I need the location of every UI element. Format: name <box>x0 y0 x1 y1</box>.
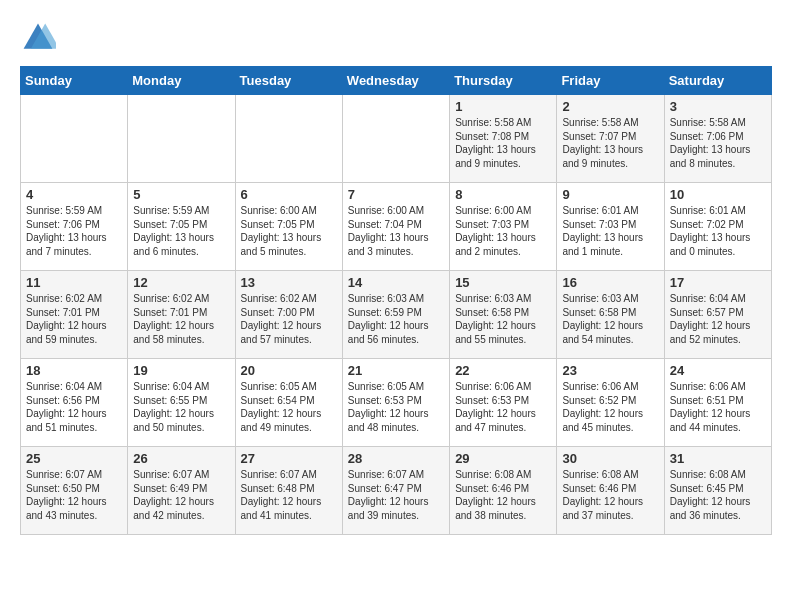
header <box>20 20 772 56</box>
day-info: Sunrise: 5:58 AM Sunset: 7:06 PM Dayligh… <box>670 116 766 170</box>
day-number: 1 <box>455 99 551 114</box>
calendar-cell: 7Sunrise: 6:00 AM Sunset: 7:04 PM Daylig… <box>342 183 449 271</box>
calendar-cell: 30Sunrise: 6:08 AM Sunset: 6:46 PM Dayli… <box>557 447 664 535</box>
calendar-cell <box>235 95 342 183</box>
calendar-cell: 2Sunrise: 5:58 AM Sunset: 7:07 PM Daylig… <box>557 95 664 183</box>
day-number: 9 <box>562 187 658 202</box>
calendar-cell: 3Sunrise: 5:58 AM Sunset: 7:06 PM Daylig… <box>664 95 771 183</box>
day-number: 24 <box>670 363 766 378</box>
day-info: Sunrise: 6:07 AM Sunset: 6:47 PM Dayligh… <box>348 468 444 522</box>
day-info: Sunrise: 5:59 AM Sunset: 7:06 PM Dayligh… <box>26 204 122 258</box>
day-info: Sunrise: 6:05 AM Sunset: 6:54 PM Dayligh… <box>241 380 337 434</box>
calendar-cell: 29Sunrise: 6:08 AM Sunset: 6:46 PM Dayli… <box>450 447 557 535</box>
calendar-week: 1Sunrise: 5:58 AM Sunset: 7:08 PM Daylig… <box>21 95 772 183</box>
day-info: Sunrise: 6:07 AM Sunset: 6:50 PM Dayligh… <box>26 468 122 522</box>
day-info: Sunrise: 6:06 AM Sunset: 6:52 PM Dayligh… <box>562 380 658 434</box>
day-number: 4 <box>26 187 122 202</box>
day-info: Sunrise: 6:00 AM Sunset: 7:05 PM Dayligh… <box>241 204 337 258</box>
day-info: Sunrise: 6:01 AM Sunset: 7:02 PM Dayligh… <box>670 204 766 258</box>
calendar-week: 4Sunrise: 5:59 AM Sunset: 7:06 PM Daylig… <box>21 183 772 271</box>
day-info: Sunrise: 5:59 AM Sunset: 7:05 PM Dayligh… <box>133 204 229 258</box>
day-info: Sunrise: 5:58 AM Sunset: 7:08 PM Dayligh… <box>455 116 551 170</box>
calendar-cell: 20Sunrise: 6:05 AM Sunset: 6:54 PM Dayli… <box>235 359 342 447</box>
day-number: 11 <box>26 275 122 290</box>
calendar-cell: 6Sunrise: 6:00 AM Sunset: 7:05 PM Daylig… <box>235 183 342 271</box>
calendar-cell <box>21 95 128 183</box>
day-info: Sunrise: 6:08 AM Sunset: 6:45 PM Dayligh… <box>670 468 766 522</box>
page: SundayMondayTuesdayWednesdayThursdayFrid… <box>0 0 792 545</box>
day-info: Sunrise: 6:03 AM Sunset: 6:58 PM Dayligh… <box>455 292 551 346</box>
calendar-cell: 1Sunrise: 5:58 AM Sunset: 7:08 PM Daylig… <box>450 95 557 183</box>
day-number: 3 <box>670 99 766 114</box>
header-day: Tuesday <box>235 67 342 95</box>
calendar-cell: 26Sunrise: 6:07 AM Sunset: 6:49 PM Dayli… <box>128 447 235 535</box>
day-number: 28 <box>348 451 444 466</box>
day-info: Sunrise: 6:07 AM Sunset: 6:49 PM Dayligh… <box>133 468 229 522</box>
day-info: Sunrise: 6:02 AM Sunset: 7:00 PM Dayligh… <box>241 292 337 346</box>
header-day: Sunday <box>21 67 128 95</box>
calendar-cell: 31Sunrise: 6:08 AM Sunset: 6:45 PM Dayli… <box>664 447 771 535</box>
day-number: 31 <box>670 451 766 466</box>
day-number: 10 <box>670 187 766 202</box>
day-number: 17 <box>670 275 766 290</box>
calendar-cell: 11Sunrise: 6:02 AM Sunset: 7:01 PM Dayli… <box>21 271 128 359</box>
day-info: Sunrise: 6:00 AM Sunset: 7:03 PM Dayligh… <box>455 204 551 258</box>
day-number: 30 <box>562 451 658 466</box>
calendar-body: 1Sunrise: 5:58 AM Sunset: 7:08 PM Daylig… <box>21 95 772 535</box>
day-info: Sunrise: 6:06 AM Sunset: 6:51 PM Dayligh… <box>670 380 766 434</box>
calendar-cell: 18Sunrise: 6:04 AM Sunset: 6:56 PM Dayli… <box>21 359 128 447</box>
calendar-cell: 21Sunrise: 6:05 AM Sunset: 6:53 PM Dayli… <box>342 359 449 447</box>
day-info: Sunrise: 6:02 AM Sunset: 7:01 PM Dayligh… <box>133 292 229 346</box>
day-number: 12 <box>133 275 229 290</box>
day-number: 26 <box>133 451 229 466</box>
calendar-cell: 28Sunrise: 6:07 AM Sunset: 6:47 PM Dayli… <box>342 447 449 535</box>
day-info: Sunrise: 6:03 AM Sunset: 6:58 PM Dayligh… <box>562 292 658 346</box>
day-info: Sunrise: 6:07 AM Sunset: 6:48 PM Dayligh… <box>241 468 337 522</box>
day-number: 19 <box>133 363 229 378</box>
day-number: 8 <box>455 187 551 202</box>
day-info: Sunrise: 6:01 AM Sunset: 7:03 PM Dayligh… <box>562 204 658 258</box>
header-day: Wednesday <box>342 67 449 95</box>
day-number: 13 <box>241 275 337 290</box>
header-day: Saturday <box>664 67 771 95</box>
day-info: Sunrise: 6:04 AM Sunset: 6:56 PM Dayligh… <box>26 380 122 434</box>
calendar-cell: 5Sunrise: 5:59 AM Sunset: 7:05 PM Daylig… <box>128 183 235 271</box>
calendar-cell: 13Sunrise: 6:02 AM Sunset: 7:00 PM Dayli… <box>235 271 342 359</box>
day-number: 27 <box>241 451 337 466</box>
day-number: 21 <box>348 363 444 378</box>
calendar-cell: 15Sunrise: 6:03 AM Sunset: 6:58 PM Dayli… <box>450 271 557 359</box>
day-number: 2 <box>562 99 658 114</box>
header-row: SundayMondayTuesdayWednesdayThursdayFrid… <box>21 67 772 95</box>
day-number: 7 <box>348 187 444 202</box>
day-number: 14 <box>348 275 444 290</box>
day-number: 6 <box>241 187 337 202</box>
calendar-cell: 17Sunrise: 6:04 AM Sunset: 6:57 PM Dayli… <box>664 271 771 359</box>
day-info: Sunrise: 6:08 AM Sunset: 6:46 PM Dayligh… <box>562 468 658 522</box>
calendar-cell <box>128 95 235 183</box>
day-number: 15 <box>455 275 551 290</box>
day-number: 22 <box>455 363 551 378</box>
logo-icon <box>20 20 56 56</box>
calendar-cell <box>342 95 449 183</box>
calendar-week: 18Sunrise: 6:04 AM Sunset: 6:56 PM Dayli… <box>21 359 772 447</box>
day-info: Sunrise: 6:06 AM Sunset: 6:53 PM Dayligh… <box>455 380 551 434</box>
calendar-cell: 25Sunrise: 6:07 AM Sunset: 6:50 PM Dayli… <box>21 447 128 535</box>
day-number: 29 <box>455 451 551 466</box>
calendar-header: SundayMondayTuesdayWednesdayThursdayFrid… <box>21 67 772 95</box>
calendar-cell: 14Sunrise: 6:03 AM Sunset: 6:59 PM Dayli… <box>342 271 449 359</box>
calendar-cell: 23Sunrise: 6:06 AM Sunset: 6:52 PM Dayli… <box>557 359 664 447</box>
day-info: Sunrise: 6:00 AM Sunset: 7:04 PM Dayligh… <box>348 204 444 258</box>
calendar-cell: 9Sunrise: 6:01 AM Sunset: 7:03 PM Daylig… <box>557 183 664 271</box>
day-number: 16 <box>562 275 658 290</box>
calendar-table: SundayMondayTuesdayWednesdayThursdayFrid… <box>20 66 772 535</box>
day-info: Sunrise: 6:04 AM Sunset: 6:57 PM Dayligh… <box>670 292 766 346</box>
calendar-cell: 22Sunrise: 6:06 AM Sunset: 6:53 PM Dayli… <box>450 359 557 447</box>
calendar-cell: 27Sunrise: 6:07 AM Sunset: 6:48 PM Dayli… <box>235 447 342 535</box>
header-day: Friday <box>557 67 664 95</box>
day-info: Sunrise: 6:04 AM Sunset: 6:55 PM Dayligh… <box>133 380 229 434</box>
logo <box>20 20 62 56</box>
day-number: 25 <box>26 451 122 466</box>
day-number: 18 <box>26 363 122 378</box>
calendar-cell: 12Sunrise: 6:02 AM Sunset: 7:01 PM Dayli… <box>128 271 235 359</box>
header-day: Monday <box>128 67 235 95</box>
